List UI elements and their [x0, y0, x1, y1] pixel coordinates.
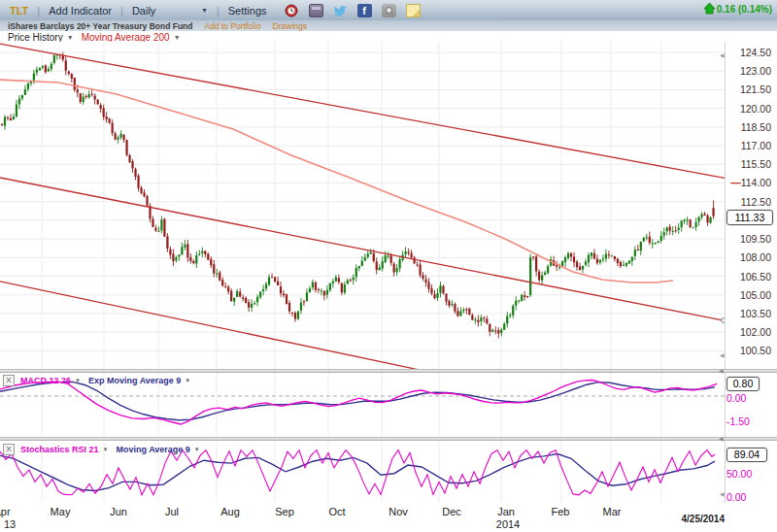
candle-body	[663, 232, 665, 236]
stoch-label-dropdown[interactable]: Stochastics RSI 21	[20, 445, 99, 454]
chevron-down-icon: ▼	[194, 447, 200, 452]
moving-average-200-dropdown[interactable]: Moving Average 200 ▼	[82, 32, 181, 43]
candle-body	[1, 124, 3, 125]
candle-body	[355, 268, 357, 277]
candle-body	[675, 230, 677, 231]
candle-body	[512, 306, 514, 316]
month-label: Dec	[442, 506, 461, 517]
candle-body	[477, 320, 479, 322]
candle-body	[690, 219, 692, 227]
candle-body	[10, 118, 12, 120]
separator: |	[217, 5, 220, 17]
candle-body	[396, 268, 398, 272]
toolbar: TLT | Add Indicator | Daily ▼ | Settings…	[0, 0, 777, 20]
candle-body	[106, 116, 108, 119]
candle-body	[184, 245, 186, 248]
candle-body	[103, 108, 105, 116]
timeframe-value: Daily	[132, 5, 155, 17]
candle-body	[239, 292, 241, 297]
candle-body	[573, 256, 575, 262]
candle-body	[649, 237, 651, 244]
camera-icon[interactable]	[382, 4, 396, 17]
candle-body	[286, 294, 287, 304]
candle-body	[364, 257, 366, 260]
candle-body	[643, 238, 645, 242]
candle-body	[242, 298, 244, 299]
last-price-badge: 111.33	[726, 210, 773, 225]
sticky-note-icon[interactable]	[406, 4, 421, 17]
candle-body	[207, 254, 209, 260]
price-chart-canvas[interactable]	[0, 42, 725, 369]
candle-body	[382, 261, 384, 268]
candle-body	[33, 74, 35, 81]
candle-body	[119, 134, 121, 138]
candle-body	[591, 252, 592, 256]
fund-name: iShares Barclays 20+ Year Treasury Bond …	[8, 21, 192, 31]
chevron-down-icon: ▼	[103, 447, 109, 452]
candle-body	[465, 309, 467, 310]
candle-body	[125, 140, 127, 155]
stoch-value-badge: 89.04	[726, 448, 767, 462]
candle-body	[318, 289, 320, 290]
price-history-dropdown[interactable]: Price History ▼	[8, 32, 74, 43]
panel-splitter[interactable]: ◀	[0, 369, 777, 373]
macd-signal-label-dropdown[interactable]: Exp Moving Average 9	[88, 376, 181, 385]
candle-body	[283, 293, 285, 295]
candle-body	[454, 304, 456, 312]
candle-body	[410, 253, 412, 257]
middle-channel-trendline[interactable]	[0, 178, 724, 320]
candle-body	[480, 317, 482, 321]
candle-body	[42, 66, 44, 68]
candle-body	[628, 261, 630, 264]
end-date-label: 4/25/2014	[682, 514, 726, 524]
cube-icon[interactable]	[309, 4, 323, 17]
collapse-arrow-icon[interactable]: ◀	[719, 437, 724, 441]
candle-body	[698, 217, 700, 222]
candle-body	[94, 96, 96, 100]
candle-body	[445, 293, 447, 301]
alarm-clock-icon[interactable]	[285, 4, 299, 17]
price-change: 0.16 (0.14%)	[704, 3, 772, 15]
candle-body	[456, 311, 458, 316]
drawings-link[interactable]: Drawings	[273, 21, 307, 31]
candle-body	[535, 256, 537, 271]
candle-body	[236, 291, 238, 297]
add-to-portfolio-link[interactable]: Add to Portfolio	[204, 21, 260, 31]
candle-body	[379, 267, 381, 270]
add-indicator-button[interactable]: Add Indicator	[49, 5, 112, 17]
month-label: Mar	[603, 506, 622, 517]
candle-body	[500, 330, 502, 333]
candle-body	[53, 55, 55, 63]
candle-body	[172, 254, 174, 262]
price-tick-label: 115.50	[726, 158, 771, 170]
macd-label-dropdown[interactable]: MACD 12 26	[20, 376, 71, 385]
candle-body	[599, 260, 601, 263]
price-tick-label: 124.50	[726, 47, 771, 58]
twitter-icon[interactable]	[333, 4, 348, 17]
macd-signal-line[interactable]	[0, 382, 715, 419]
close-stoch-button[interactable]: X	[3, 444, 15, 455]
year-label: 2014	[496, 518, 520, 530]
timeframe-dropdown[interactable]: Daily ▼	[132, 5, 208, 17]
candle-body	[358, 266, 360, 268]
candle-body	[181, 247, 183, 254]
settings-button[interactable]: Settings	[228, 5, 267, 17]
upper-channel-trendline[interactable]	[0, 44, 725, 178]
candle-body	[526, 296, 528, 297]
candle-body	[224, 286, 226, 287]
panel-splitter[interactable]: ◀	[0, 437, 777, 441]
close-macd-button[interactable]: X	[3, 375, 15, 386]
stoch-ma-label-dropdown[interactable]: Moving Average 9	[117, 445, 190, 454]
symbol-label[interactable]: TLT	[10, 5, 28, 17]
candle-body	[561, 261, 563, 266]
candle-body	[248, 302, 250, 308]
facebook-icon[interactable]: f	[357, 4, 372, 17]
candle-body	[315, 283, 317, 290]
candle-body	[474, 319, 476, 320]
candle-body	[399, 259, 401, 268]
candle-body	[134, 169, 136, 177]
candle-body	[413, 257, 415, 263]
collapse-arrow-icon[interactable]: ◀	[719, 369, 724, 373]
candle-body	[509, 315, 511, 316]
candle-body	[306, 292, 308, 301]
